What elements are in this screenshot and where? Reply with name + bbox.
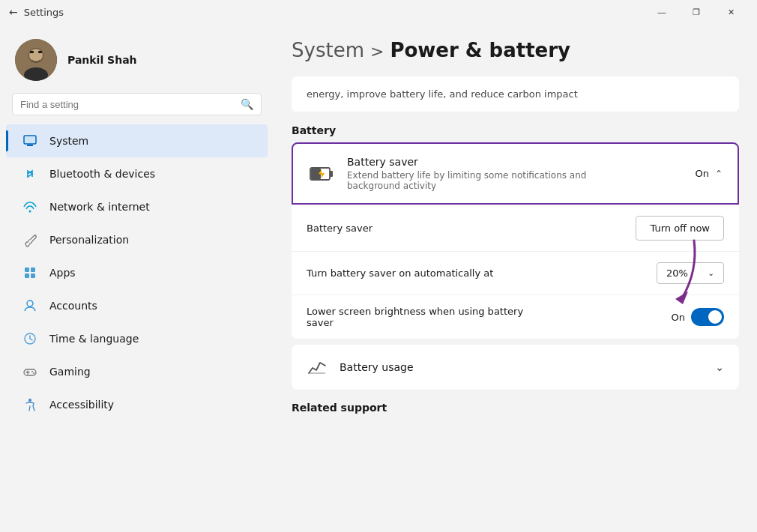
battery-saver-subtitle: Extend battery life by limiting some not… (347, 170, 617, 191)
sidebar-item-label-bluetooth: Bluetooth & devices (49, 168, 155, 180)
sidebar-item-label-time: Time & language (49, 333, 139, 345)
svg-rect-8 (25, 136, 35, 143)
battery-saver-icon (309, 161, 334, 187)
breadcrumb: System > Power & battery (292, 39, 739, 61)
battery-saver-info: Battery saver Extend battery life by lim… (347, 156, 617, 191)
battery-saver-expanded: Battery saver Turn off now Turn battery … (292, 205, 739, 339)
sidebar-item-label-gaming: Gaming (49, 366, 91, 378)
brightness-toggle-container: On (672, 308, 724, 326)
svg-rect-21 (330, 171, 333, 177)
svg-rect-7 (27, 145, 33, 146)
svg-rect-4 (30, 51, 34, 53)
system-icon (21, 132, 39, 150)
svg-point-3 (29, 49, 43, 62)
sidebar-item-time[interactable]: Time & language (6, 322, 268, 355)
grid-icon (21, 264, 39, 282)
sidebar-item-label-apps: Apps (49, 267, 76, 279)
search-input[interactable] (20, 99, 235, 110)
user-section: Pankil Shah (0, 24, 274, 93)
main-content: System > Power & battery energy, improve… (274, 24, 757, 532)
svg-point-17 (31, 371, 33, 372)
svg-rect-10 (25, 267, 29, 272)
search-icon: 🔍 (241, 98, 253, 110)
battery-saver-header-left: Battery saver Extend battery life by lim… (308, 156, 617, 191)
close-button[interactable]: ✕ (714, 0, 748, 24)
sidebar-item-label-accounts: Accounts (49, 300, 97, 312)
active-indicator (6, 130, 8, 151)
battery-saver-icon-container (308, 160, 335, 187)
breadcrumb-separator: > (370, 42, 384, 61)
battery-usage-card[interactable]: Battery usage ⌄ (292, 345, 739, 390)
sidebar-item-label-personalization: Personalization (49, 234, 129, 246)
restore-button[interactable]: ❐ (679, 0, 714, 24)
nav-item-wrapper-system: System (0, 124, 274, 157)
chart-icon (307, 357, 328, 378)
sidebar-item-label-system: System (49, 135, 88, 147)
toggle-thumb (708, 310, 722, 324)
sidebar-item-label-accessibility: Accessibility (49, 399, 114, 411)
top-info-card: energy, improve battery life, and reduce… (292, 76, 739, 112)
user-name: Pankil Shah (67, 54, 137, 66)
svg-rect-5 (38, 51, 42, 53)
battery-saver-title: Battery saver (347, 156, 617, 168)
sidebar-item-label-network: Network & internet (49, 201, 150, 213)
battery-usage-label: Battery usage (340, 361, 414, 373)
chevron-down-icon: ⌄ (708, 269, 714, 277)
svg-point-14 (27, 300, 33, 306)
svg-rect-11 (31, 267, 35, 272)
dropdown-value: 20% (666, 267, 688, 279)
svg-rect-13 (31, 273, 35, 278)
battery-saver-status: On (695, 168, 708, 179)
battery-section-label: Battery (292, 124, 739, 136)
auto-on-dropdown[interactable]: 20% ⌄ (657, 262, 724, 284)
battery-saver-header[interactable]: Battery saver Extend battery life by lim… (292, 142, 739, 205)
title-bar-left: ← Settings (9, 6, 64, 18)
bluetooth-icon (21, 165, 39, 183)
search-box[interactable]: 🔍 (12, 93, 262, 115)
gaming-icon (21, 363, 39, 381)
battery-usage-chevron-down-icon: ⌄ (715, 361, 724, 373)
battery-usage-left: Battery usage (307, 357, 414, 378)
battery-saver-row-2-label: Turn battery saver on automatically at (307, 267, 493, 279)
sidebar-item-personalization[interactable]: Personalization (6, 223, 268, 256)
brightness-toggle[interactable] (691, 308, 724, 326)
app-body: Pankil Shah 🔍 System Bluetooth & devices (0, 24, 757, 532)
turn-off-now-container: Turn off now (636, 216, 724, 241)
chevron-up-icon[interactable]: ⌃ (715, 169, 723, 179)
sidebar-item-bluetooth[interactable]: Bluetooth & devices (6, 157, 268, 190)
sidebar-item-system[interactable]: System (6, 124, 268, 157)
battery-saver-row-3: Lower screen brightness when using batte… (292, 295, 739, 339)
svg-point-9 (29, 211, 31, 213)
minimize-button[interactable]: — (645, 0, 679, 24)
avatar (15, 39, 57, 81)
sidebar-item-apps[interactable]: Apps (6, 256, 268, 289)
battery-saver-section: Battery saver Extend battery life by lim… (292, 142, 739, 339)
breadcrumb-page: Power & battery (390, 39, 570, 61)
title-bar-controls: — ❐ ✕ (645, 0, 748, 24)
sidebar-item-gaming[interactable]: Gaming (6, 355, 268, 388)
top-info-text: energy, improve battery life, and reduce… (292, 76, 739, 112)
network-icon (21, 198, 39, 216)
svg-point-18 (33, 372, 34, 374)
sidebar: Pankil Shah 🔍 System Bluetooth & devices (0, 24, 274, 532)
turn-off-now-button[interactable]: Turn off now (636, 216, 724, 241)
battery-saver-row-3-label: Lower screen brightness when using batte… (307, 306, 531, 328)
related-support-label: Related support (292, 402, 739, 414)
title-bar: ← Settings — ❐ ✕ (0, 0, 757, 24)
battery-saver-row-1: Battery saver Turn off now (292, 205, 739, 252)
back-icon[interactable]: ← (9, 6, 18, 18)
battery-saver-row-1-label: Battery saver (307, 223, 373, 234)
svg-rect-12 (25, 273, 29, 278)
sidebar-item-accessibility[interactable]: Accessibility (6, 388, 268, 421)
sidebar-item-network[interactable]: Network & internet (6, 190, 268, 223)
svg-point-19 (28, 399, 31, 402)
clock-icon (21, 330, 39, 348)
breadcrumb-system: System (292, 39, 364, 61)
battery-saver-right: On ⌃ (695, 168, 723, 179)
battery-saver-row-2: Turn battery saver on automatically at 2… (292, 252, 739, 295)
window-title: Settings (24, 7, 64, 18)
person-icon (21, 297, 39, 315)
brush-icon (21, 231, 39, 249)
accessibility-icon (21, 396, 39, 414)
sidebar-item-accounts[interactable]: Accounts (6, 289, 268, 322)
